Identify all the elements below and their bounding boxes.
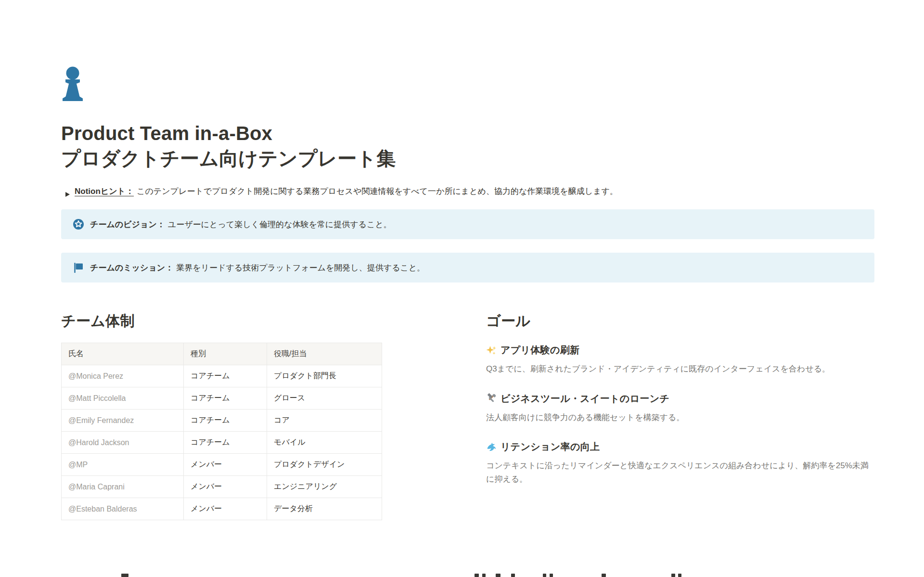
clipped-heading-fragment [475, 574, 479, 577]
clipped-heading-fragment [496, 574, 500, 577]
two-column-layout: チーム体制 氏名 種別 役職/担当 @Monica Perez コアチーム プロ… [61, 311, 874, 520]
hint-text: このテンプレートでプロダクト開発に関する業務プロセスや関連情報をすべて一か所にま… [137, 185, 618, 198]
member-role[interactable]: グロース [267, 387, 382, 410]
clipped-heading-fragment [543, 574, 546, 577]
team-column: チーム体制 氏名 種別 役職/担当 @Monica Perez コアチーム プロ… [61, 311, 464, 520]
flag-icon [73, 262, 84, 273]
member-role[interactable]: プロダクトデザイン [267, 454, 382, 476]
star-circle-icon [73, 218, 84, 230]
member-mention[interactable]: @Maria Caprani [62, 476, 184, 498]
vision-body: ユーザーにとって楽しく倫理的な体験を常に提供すること。 [168, 220, 392, 229]
page-title-line-1: Product Team in-a-Box [61, 121, 874, 146]
member-type[interactable]: メンバー [184, 476, 267, 498]
member-type[interactable]: コアチーム [184, 432, 267, 454]
table-row: @Esteban Balderas メンバー データ分析 [62, 498, 382, 520]
clipped-heading-fragment [121, 574, 128, 577]
clipped-heading-fragment [671, 574, 675, 577]
table-row: @Monica Perez コアチーム プロダクト部門長 [62, 365, 382, 387]
team-heading: チーム体制 [61, 311, 464, 331]
goal-item: ビジネスツール・スイートのローンチ 法人顧客向けに競争力のある機能セットを構築す… [486, 392, 874, 424]
table-row: @Maria Caprani メンバー エンジニアリング [62, 476, 382, 498]
member-type[interactable]: メンバー [184, 454, 267, 476]
dolphin-icon [486, 442, 497, 452]
member-mention[interactable]: @Esteban Balderas [62, 498, 184, 520]
table-row: @Emily Fernandez コアチーム コア [62, 410, 382, 432]
member-role[interactable]: エンジニアリング [267, 476, 382, 498]
member-role[interactable]: コア [267, 410, 382, 432]
clipped-heading-fragment [602, 574, 606, 577]
goals-heading: ゴール [486, 311, 874, 331]
member-type[interactable]: メンバー [184, 498, 267, 520]
table-row: @MP メンバー プロダクトデザイン [62, 454, 382, 476]
goal-title-row: ビジネスツール・スイートのローンチ [486, 392, 874, 405]
goal-title[interactable]: リテンション率の向上 [500, 440, 600, 453]
member-role[interactable]: モバイル [267, 432, 382, 454]
member-type[interactable]: コアチーム [184, 387, 267, 410]
goal-item: リテンション率の向上 コンテキストに沿ったリマインダーと快適なエクスペリエンスの… [486, 440, 874, 486]
mission-text: チームのミッション：業界をリードする技術プラットフォームを開発し、提供すること。 [90, 262, 425, 274]
page-title-line-2: プロダクトチーム向けテンプレート集 [61, 146, 874, 171]
sparkles-icon [486, 345, 497, 356]
notion-page: Product Team in-a-Box プロダクトチーム向けテンプレート集 … [0, 0, 924, 520]
mission-body: 業界をリードする技術プラットフォームを開発し、提供すること。 [176, 263, 425, 272]
goal-title[interactable]: ビジネスツール・スイートのローンチ [500, 392, 669, 405]
member-mention[interactable]: @MP [62, 454, 184, 476]
toggle-triangle-icon[interactable] [65, 189, 75, 201]
member-role[interactable]: データ分析 [267, 498, 382, 520]
col-header-type[interactable]: 種別 [184, 343, 267, 365]
table-row: @Matt Piccolella コアチーム グロース [62, 387, 382, 410]
member-mention[interactable]: @Monica Perez [62, 365, 184, 387]
member-mention[interactable]: @Matt Piccolella [62, 387, 184, 410]
col-header-role[interactable]: 役職/担当 [267, 343, 382, 365]
goal-title-row: リテンション率の向上 [486, 440, 874, 453]
hint-label[interactable]: Notionヒント： [75, 185, 134, 198]
col-header-name[interactable]: 氏名 [62, 343, 184, 365]
goal-description: Q3までに、刷新されたブランド・アイデンティティに既存のインターフェイスを合わせ… [486, 362, 874, 376]
hammer-wrench-icon [486, 393, 497, 404]
goal-title[interactable]: アプリ体験の刷新 [500, 344, 579, 357]
table-row: @Harold Jackson コアチーム モバイル [62, 432, 382, 454]
hint-toggle-block: Notionヒント： このテンプレートでプロダクト開発に関する業務プロセスや関連… [61, 185, 874, 201]
table-header-row: 氏名 種別 役職/担当 [62, 343, 382, 365]
goal-item: アプリ体験の刷新 Q3までに、刷新されたブランド・アイデンティティに既存のインタ… [486, 344, 874, 376]
mission-label: チームのミッション： [90, 263, 173, 272]
vision-label: チームのビジョン： [90, 220, 165, 229]
clipped-heading-fragment [482, 574, 486, 577]
goal-title-row: アプリ体験の刷新 [486, 344, 874, 357]
member-mention[interactable]: @Emily Fernandez [62, 410, 184, 432]
clipped-heading-fragment [550, 574, 553, 577]
pawn-icon[interactable] [61, 66, 84, 103]
member-mention[interactable]: @Harold Jackson [62, 432, 184, 454]
goals-column: ゴール アプリ体験の刷新 Q3までに、刷新されたブランド・アイデンティティに既存… [486, 311, 874, 520]
vision-callout[interactable]: チームのビジョン：ユーザーにとって楽しく倫理的な体験を常に提供すること。 [61, 209, 874, 239]
goal-description: 法人顧客向けに競争力のある機能セットを構築する。 [486, 411, 874, 424]
team-table: 氏名 種別 役職/担当 @Monica Perez コアチーム プロダクト部門長… [61, 343, 382, 520]
clipped-heading-fragment [511, 574, 515, 577]
member-role[interactable]: プロダクト部門長 [267, 365, 382, 387]
clipped-heading-fragment [678, 574, 681, 577]
page-title: Product Team in-a-Box プロダクトチーム向けテンプレート集 [61, 121, 874, 171]
vision-text: チームのビジョン：ユーザーにとって楽しく倫理的な体験を常に提供すること。 [90, 218, 392, 231]
member-type[interactable]: コアチーム [184, 410, 267, 432]
mission-callout[interactable]: チームのミッション：業界をリードする技術プラットフォームを開発し、提供すること。 [61, 253, 874, 282]
goal-description: コンテキストに沿ったリマインダーと快適なエクスペリエンスの組み合わせにより、解約… [486, 459, 874, 486]
member-type[interactable]: コアチーム [184, 365, 267, 387]
